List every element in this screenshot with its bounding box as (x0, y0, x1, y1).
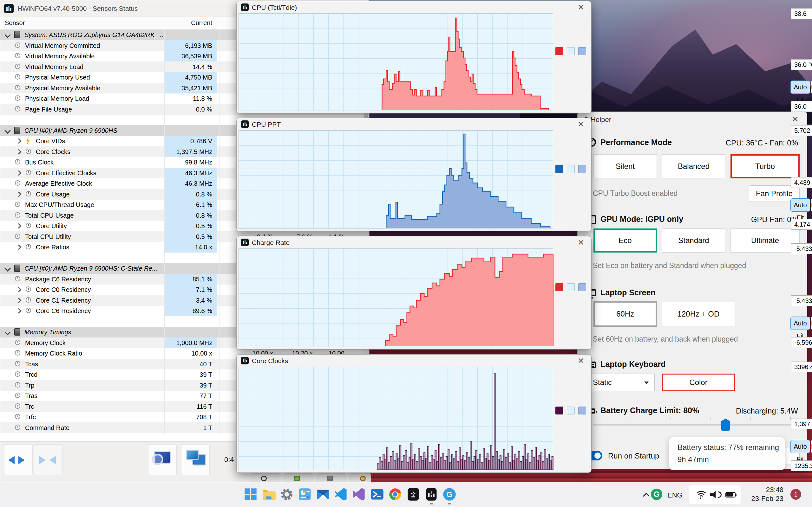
auto-fit-button[interactable]: Auto Fit (791, 80, 810, 94)
close-icon[interactable]: ✕ (792, 114, 799, 124)
taskbar-icon-terminal[interactable] (406, 487, 420, 501)
taskbar-icon-mail[interactable] (316, 487, 330, 501)
reset-button[interactable]: Reset (811, 80, 812, 94)
graph-min-field[interactable]: 1235.3 (791, 460, 812, 471)
silent-button[interactable]: Silent (594, 154, 657, 178)
balanced-button[interactable]: Balanced (662, 154, 725, 178)
graph-max-field[interactable]: 38.6 (791, 8, 812, 19)
sensor-label: Core C1 Residency (36, 297, 91, 304)
graph-min-field[interactable]: 4.174 (791, 219, 812, 230)
expand-arrow-icon[interactable] (16, 191, 21, 197)
series-color-swatch[interactable] (555, 165, 563, 173)
graph-titlebar[interactable]: Charge Rate✕ (237, 236, 591, 248)
tray-clock[interactable]: 23:48 23-Feb-23 (745, 486, 783, 503)
series-color-swatch[interactable] (555, 47, 563, 55)
clock-icon (15, 202, 20, 207)
standard-button[interactable]: Standard (662, 228, 725, 252)
close-icon[interactable]: ✕ (577, 238, 584, 247)
taskbar-icon-system-app[interactable] (298, 487, 312, 501)
cpu-fan-status: CPU: 36°C - Fan: 0% (726, 138, 798, 147)
graph-min-field[interactable]: 36.0 (791, 101, 812, 112)
graph-current-field[interactable]: -5.433 W (791, 295, 812, 306)
chip-icon (14, 328, 20, 336)
expand-arrow-icon[interactable] (16, 297, 21, 303)
graph-current-field[interactable]: 4.439 W (791, 177, 812, 188)
graph-min-field[interactable]: -6.596 (791, 337, 812, 348)
expand-arrow-icon[interactable] (16, 138, 21, 144)
ultimate-button[interactable]: Ultimate (730, 228, 800, 252)
language-indicator[interactable]: ENG (667, 491, 682, 499)
expand-columns-button[interactable] (4, 444, 33, 475)
auto-fit-button[interactable]: Auto Fit (791, 317, 810, 330)
slider-handle[interactable] (721, 418, 730, 431)
graph-max-field[interactable]: 5.702 (791, 125, 812, 136)
grid-color-swatch[interactable] (578, 283, 586, 291)
taskbar-icon-chrome[interactable] (388, 487, 402, 501)
notification-badge[interactable]: 1 (791, 489, 801, 500)
tray-ghelper-icon[interactable]: G (651, 489, 662, 500)
close-icon[interactable]: ✕ (577, 120, 584, 129)
reset-button[interactable]: Reset (811, 199, 812, 212)
expand-arrow-icon[interactable] (16, 170, 21, 176)
collapse-chevron-icon[interactable] (4, 329, 11, 335)
collapse-columns-button[interactable] (34, 444, 62, 475)
120hz-od-button[interactable]: 120Hz + OD (662, 302, 735, 326)
expand-arrow-icon[interactable] (16, 223, 21, 229)
collapse-chevron-icon[interactable] (4, 127, 11, 134)
taskbar-icon-start[interactable] (244, 487, 258, 501)
reset-button[interactable]: Reset (811, 440, 812, 453)
expand-arrow-icon[interactable] (16, 287, 21, 292)
graph-max-field[interactable]: -5.433 (791, 243, 812, 254)
turbo-button[interactable]: Turbo (730, 154, 800, 178)
auto-fit-button[interactable]: Auto Fit (791, 199, 810, 212)
collapse-chevron-icon[interactable] (4, 265, 11, 272)
grid-color-swatch[interactable] (578, 47, 586, 55)
sensor-label: Physical Memory Load (25, 95, 89, 102)
background-color-swatch[interactable] (567, 283, 575, 291)
taskbar-icon-hwinfo[interactable] (424, 487, 438, 501)
grid-color-swatch[interactable] (578, 406, 586, 414)
eco-button[interactable]: Eco (594, 228, 657, 252)
graph-plot[interactable] (239, 248, 553, 347)
color-button[interactable]: Color (662, 374, 735, 391)
battery-limit-slider[interactable] (593, 424, 803, 426)
background-color-swatch[interactable] (567, 406, 575, 414)
expand-arrow-icon[interactable] (16, 149, 21, 154)
taskbar-icon-visual-studio[interactable] (352, 487, 366, 501)
backlight-mode-dropdown[interactable]: Static (586, 374, 655, 391)
clock-icon (26, 297, 31, 302)
auto-fit-button[interactable]: Auto Fit (791, 440, 810, 453)
close-icon[interactable]: ✕ (577, 3, 584, 12)
taskbar-icon-powershell[interactable] (370, 487, 384, 501)
graph-max-field[interactable]: 3396.4 (791, 361, 812, 372)
expand-arrow-icon[interactable] (16, 308, 21, 314)
taskbar-icon-ghelper[interactable]: G (443, 487, 456, 501)
reset-button[interactable]: Reset (811, 317, 812, 330)
remote-monitor-button[interactable] (181, 444, 210, 475)
graph-titlebar[interactable]: Core Clocks✕ (237, 354, 591, 367)
collapse-chevron-icon[interactable] (4, 32, 11, 38)
screen-capture-button[interactable] (148, 444, 177, 475)
graph-plot[interactable] (239, 130, 553, 229)
taskbar-icon-vscode[interactable] (334, 487, 348, 501)
background-color-swatch[interactable] (567, 47, 575, 55)
column-header-current[interactable]: Current (165, 19, 212, 26)
expand-arrow-icon[interactable] (16, 245, 21, 250)
grid-color-swatch[interactable] (578, 165, 586, 173)
background-color-swatch[interactable] (567, 165, 575, 173)
graph-plot[interactable] (239, 13, 553, 111)
graph-plot[interactable] (239, 367, 553, 470)
graph-current-field[interactable]: 36.0 °C (791, 59, 812, 70)
tray-time: 23:48 (745, 486, 783, 494)
graph-titlebar[interactable]: CPU (Tctl/Tdie)✕ (237, 1, 591, 13)
close-icon[interactable]: ✕ (577, 356, 584, 365)
graph-current-field[interactable]: 1,397.5 MHz (791, 418, 812, 429)
60hz-button[interactable]: 60Hz (594, 301, 657, 327)
column-header-sensor[interactable]: Sensor (5, 19, 25, 26)
series-color-swatch[interactable] (555, 283, 563, 291)
tray-status-pill[interactable] (689, 485, 741, 504)
series-color-swatch[interactable] (555, 406, 563, 414)
taskbar-icon-explorer[interactable] (262, 487, 275, 501)
graph-titlebar[interactable]: CPU PPT✕ (237, 118, 591, 130)
taskbar-icon-settings[interactable] (280, 487, 294, 501)
